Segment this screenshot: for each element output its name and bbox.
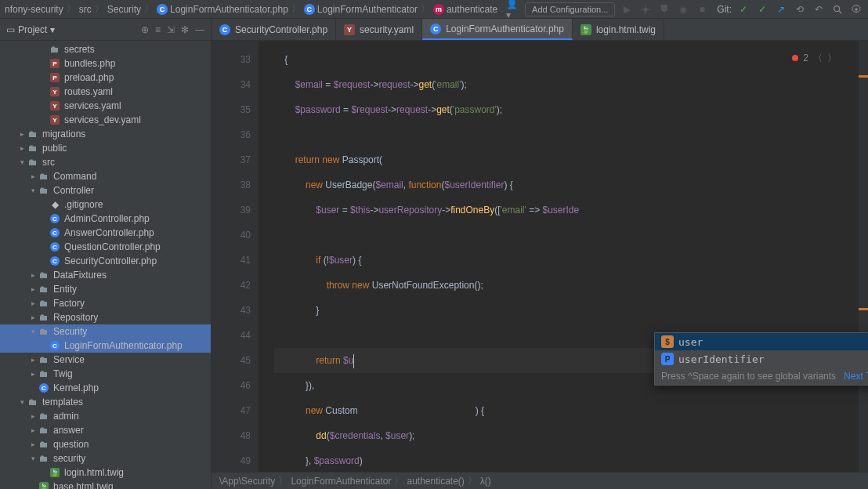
tree-item[interactable]: ▾🖿src	[0, 155, 211, 169]
editor-tab[interactable]: 🍃login.html.twig	[573, 19, 664, 40]
chevron-icon: ▸	[28, 271, 38, 279]
tree-item[interactable]: Yroutes.yaml	[0, 85, 211, 99]
debug-icon[interactable]	[638, 2, 653, 16]
minimap[interactable]	[859, 41, 868, 472]
user-icon[interactable]: 👤▾	[506, 2, 520, 16]
tree-item[interactable]: 🖿secrets	[0, 42, 211, 56]
crumb[interactable]: CLoginFormAuthenticator	[304, 4, 418, 15]
crumb[interactable]: Security	[107, 4, 141, 15]
crumb[interactable]: nfony-security	[5, 4, 63, 15]
error-indicator[interactable]: 2 〈 〉	[792, 45, 837, 71]
project-tree[interactable]: 🖿secretsPbundles.phpPpreload.phpYroutes.…	[0, 41, 211, 489]
tree-item[interactable]: CKernel.php	[0, 381, 211, 395]
update-icon[interactable]: ↗	[774, 2, 788, 16]
completion-item[interactable]: PuserIdentifier	[655, 350, 868, 368]
completion-item[interactable]: $userApp\Entity\User|null	[655, 333, 868, 350]
tree-item[interactable]: ▸🖿Factory	[0, 296, 211, 310]
editor-tab[interactable]: Ysecurity.yaml	[336, 19, 422, 40]
commit-icon[interactable]: ✓	[736, 2, 750, 16]
crumb[interactable]: src	[79, 4, 92, 15]
php-file-icon: P	[50, 73, 60, 82]
tree-item[interactable]: Yservices.yaml	[0, 99, 211, 113]
tree-item[interactable]: ▸🖿answer	[0, 423, 211, 437]
chevron-icon: ▾	[28, 187, 38, 194]
tree-label: Security	[53, 326, 87, 337]
tree-item[interactable]: ▸🖿admin	[0, 409, 211, 423]
tree-item[interactable]: ▸🖿question	[0, 437, 211, 451]
editor-tab[interactable]: CSecurityController.php	[212, 19, 336, 40]
editor-panel: CSecurityController.phpYsecurity.yamlCLo…	[212, 19, 868, 489]
crumb[interactable]: mauthenticate	[433, 4, 497, 15]
tree-item[interactable]: CAnswerController.php	[0, 226, 211, 240]
tree-item[interactable]: ▸🖿DataFixtures	[0, 268, 211, 282]
editor-tab[interactable]: CLoginFormAuthenticator.php	[422, 19, 573, 40]
profiler-icon[interactable]: ◉	[676, 2, 690, 16]
tree-item[interactable]: ▸🖿public	[0, 141, 211, 155]
tree-label: secrets	[64, 44, 95, 55]
tree-item[interactable]: CQuestionController.php	[0, 240, 211, 254]
search-icon[interactable]	[830, 2, 844, 16]
php-class-icon: C	[50, 214, 60, 223]
tree-item[interactable]: Pbundles.php	[0, 56, 211, 71]
run-icon[interactable]: ▶	[620, 2, 634, 16]
php-class-icon: C	[39, 383, 49, 393]
code-completion-popup[interactable]: $userApp\Entity\User|nullPuserIdentifier…	[654, 332, 868, 386]
history-icon[interactable]: ⟲	[793, 2, 807, 16]
tree-item[interactable]: ▸🖿Repository	[0, 310, 211, 324]
php-class-icon: C	[50, 242, 60, 252]
expand-icon[interactable]: ≡	[155, 24, 161, 35]
tree-item[interactable]: ▸🖿Twig	[0, 367, 211, 381]
crumb[interactable]: \App\Security	[219, 476, 275, 487]
folder-icon: 🖿	[38, 368, 50, 379]
crumb[interactable]: authenticate()	[407, 476, 464, 487]
tree-label: migrations	[42, 129, 85, 139]
revert-icon[interactable]: ↶	[812, 2, 826, 16]
prev-error-icon[interactable]: 〈	[813, 45, 823, 71]
sidebar-title[interactable]: ▭ Project ▾	[6, 24, 55, 35]
tree-item[interactable]: 🍃login.html.twig	[0, 465, 211, 480]
tree-item[interactable]: ▸🖿Command	[0, 169, 211, 183]
collapse-icon[interactable]: ⇲	[167, 24, 175, 35]
settings-icon[interactable]	[849, 2, 863, 16]
tree-item[interactable]: Ppreload.php	[0, 71, 211, 85]
tree-item[interactable]: ▾🖿security	[0, 451, 211, 465]
stop-icon[interactable]: ■	[695, 2, 709, 16]
folder-icon: 🖿	[38, 312, 50, 323]
project-sidebar: ▭ Project ▾ ⊕ ≡ ⇲ ✻ — 🖿secretsPbundles.p…	[0, 19, 212, 489]
next-error-icon[interactable]: 〉	[827, 45, 837, 71]
tree-item[interactable]: ▾🖿Security	[0, 324, 211, 339]
line-number: 34	[212, 72, 251, 97]
code-content[interactable]: { $email = $request->request->get('email…	[259, 41, 868, 472]
crumb[interactable]: LoginFormAuthenticator	[291, 476, 391, 487]
run-config-button[interactable]: Add Configuration...	[525, 2, 615, 16]
coverage-icon[interactable]: ⛊	[657, 2, 671, 16]
tree-item[interactable]: CLoginFormAuthenticator.php	[0, 339, 211, 353]
tree-item[interactable]: Yservices_dev.yaml	[0, 113, 211, 127]
tree-item[interactable]: ◆.gitignore	[0, 197, 211, 212]
tree-item[interactable]: ▾🖿Controller	[0, 183, 211, 197]
tree-item[interactable]: CSecurityController.php	[0, 254, 211, 268]
settings-icon[interactable]: ✻	[181, 24, 189, 35]
tree-label: services_dev.yaml	[64, 114, 141, 125]
yaml-icon: Y	[50, 115, 60, 125]
next-tip-link[interactable]: Next Tip	[844, 371, 868, 382]
tree-label: AdminController.php	[64, 213, 150, 224]
tree-item[interactable]: CAdminController.php	[0, 212, 211, 226]
sidebar-header: ▭ Project ▾ ⊕ ≡ ⇲ ✻ —	[0, 19, 211, 41]
gitignore-icon: ◆	[49, 199, 61, 210]
target-icon[interactable]: ⊕	[141, 24, 149, 35]
line-number: 38	[212, 172, 251, 197]
tab-label: login.html.twig	[596, 24, 656, 35]
tree-item[interactable]: ▸🖿Service	[0, 353, 211, 367]
completion-badge-icon: $	[661, 335, 674, 348]
line-number: 43	[212, 298, 251, 323]
tree-item[interactable]: ▾🖿templates	[0, 395, 211, 409]
tree-item[interactable]: ▸🖿migrations	[0, 127, 211, 141]
push-icon[interactable]: ✓	[755, 2, 769, 16]
folder-icon: 🖿	[38, 185, 50, 196]
tree-item[interactable]: 🍃base.html.twig	[0, 480, 211, 489]
crumb[interactable]: λ()	[480, 476, 491, 487]
tree-item[interactable]: ▸🖿Entity	[0, 282, 211, 296]
hide-icon[interactable]: —	[195, 24, 204, 35]
crumb[interactable]: CLoginFormAuthenticator.php	[157, 4, 288, 15]
